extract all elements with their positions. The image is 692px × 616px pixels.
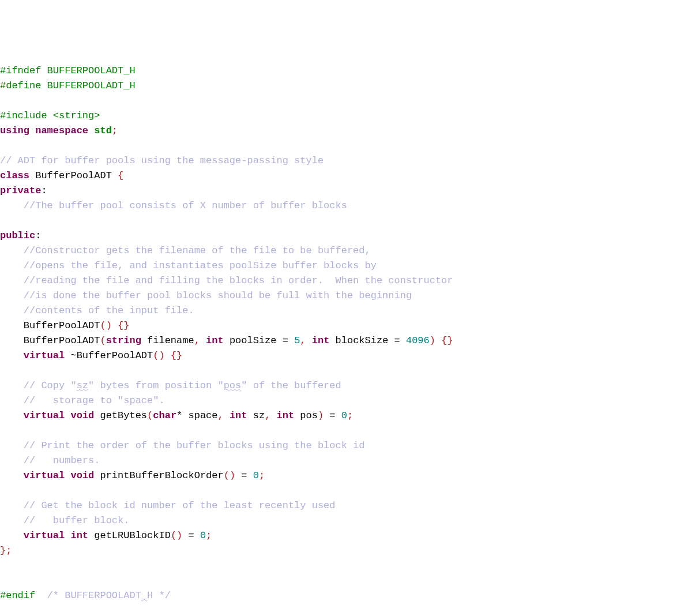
fn-getlru: getLRUBlockID xyxy=(88,530,171,541)
indent xyxy=(0,410,24,421)
kw-using: using xyxy=(0,125,29,136)
preproc-endif: #endif xyxy=(0,590,35,601)
include-header: <string> xyxy=(53,110,100,121)
paren-open: ( xyxy=(100,335,106,346)
param-sz: sz xyxy=(247,410,265,421)
dtor-name: ~BufferPoolADT xyxy=(65,350,153,361)
eq: = xyxy=(182,530,200,541)
comment-print-1: // Print the order of the buffer blocks … xyxy=(0,440,365,451)
comma: , xyxy=(218,410,230,421)
comment-lru-1: // Get the block id number of the least … xyxy=(0,500,341,511)
comment-getbytes-2: // storage to "space". xyxy=(0,395,165,406)
preproc-include: #include xyxy=(0,110,53,121)
indent xyxy=(0,530,24,541)
ctor-default-name: BufferPoolADT xyxy=(0,320,100,331)
comment-sz-wavy: sz xyxy=(77,380,88,391)
empty-body: {} xyxy=(112,320,130,331)
num-0: 0 xyxy=(200,530,206,541)
preproc-ifndef: #ifndef BUFFERPOOLADT_H xyxy=(0,65,136,76)
blank-line xyxy=(0,365,24,376)
param-pos: pos xyxy=(294,410,318,421)
colon: : xyxy=(35,230,41,241)
type-int: int xyxy=(312,335,330,346)
kw-class: class xyxy=(0,170,29,181)
comment-ctor-3: //reading the file and filling the block… xyxy=(0,275,453,286)
num-4096: 4096 xyxy=(406,335,430,346)
type-int: int xyxy=(230,410,247,421)
param-filename: filename xyxy=(141,335,194,346)
type-string: string xyxy=(106,335,141,346)
param-space: * space xyxy=(176,410,217,421)
comment-ctor-4: //is done the buffer pool blocks should … xyxy=(0,290,412,301)
type-char: char xyxy=(153,410,176,421)
semicolon: ; xyxy=(347,410,353,421)
kw-virtual: virtual xyxy=(24,410,65,421)
kw-private: private xyxy=(0,185,41,196)
comma: , xyxy=(300,335,311,346)
kw-public: public xyxy=(0,230,35,241)
param-blocksize: blockSize = xyxy=(329,335,406,346)
paren-close: ) xyxy=(318,410,324,421)
comment-adt: // ADT for buffer pools using the messag… xyxy=(0,155,324,166)
fn-printorder: printBufferBlockOrder xyxy=(94,470,223,481)
parens: () xyxy=(153,350,164,361)
type-void: void xyxy=(70,410,94,421)
kw-virtual: virtual xyxy=(24,530,65,541)
kw-virtual: virtual xyxy=(24,350,65,361)
space xyxy=(65,470,70,481)
comment-endif-a: /* BUFFERPOOLADT xyxy=(35,590,141,601)
brace-open: { xyxy=(118,170,123,181)
id-std: std xyxy=(94,125,112,136)
parens: () xyxy=(100,320,111,331)
indent xyxy=(0,470,24,481)
param-poolsize: poolSize = xyxy=(224,335,294,346)
brace-close: } xyxy=(0,545,6,556)
indent xyxy=(0,350,24,361)
num-5: 5 xyxy=(294,335,300,346)
parens: () xyxy=(224,470,235,481)
colon: : xyxy=(41,185,47,196)
paren-close: ) xyxy=(430,335,435,346)
semicolon: ; xyxy=(259,470,265,481)
comment-lru-2: // buffer block. xyxy=(0,515,129,526)
comment-endif-u: _ xyxy=(141,590,147,601)
comment-ctor-5: //contents of the input file. xyxy=(0,305,194,316)
code-block: #ifndef BUFFERPOOLADT_H #define BUFFERPO… xyxy=(0,60,692,603)
comment-getbytes-1b: " bytes from position " xyxy=(88,380,224,391)
comment-ctor-1: //Constructor gets the filename of the f… xyxy=(0,245,371,256)
semicolon: ; xyxy=(112,125,118,136)
eq: = xyxy=(324,410,341,421)
num-0: 0 xyxy=(253,470,259,481)
preproc-define: #define BUFFERPOOLADT_H xyxy=(0,80,136,91)
fn-getbytes: getBytes xyxy=(94,410,147,421)
empty-body: {} xyxy=(435,335,453,346)
comma: , xyxy=(194,335,206,346)
blank-line xyxy=(0,215,24,226)
space xyxy=(65,410,70,421)
comment-print-2: // numbers. xyxy=(0,455,100,466)
comma: , xyxy=(265,410,276,421)
kw-virtual: virtual xyxy=(24,470,65,481)
num-0: 0 xyxy=(341,410,347,421)
eq: = xyxy=(235,470,253,481)
comment-endif-b: H */ xyxy=(147,590,171,601)
space xyxy=(65,530,70,541)
paren-open: ( xyxy=(147,410,153,421)
type-int: int xyxy=(70,530,88,541)
semicolon: ; xyxy=(206,530,212,541)
parens: () xyxy=(171,530,182,541)
type-int: int xyxy=(277,410,295,421)
comment-getbytes-1a: // Copy " xyxy=(0,380,77,391)
comment-getbytes-1c: " of the buffered xyxy=(241,380,341,391)
comment-ctor-2: //opens the file, and instantiates poolS… xyxy=(0,260,377,271)
kw-namespace: namespace xyxy=(29,125,94,136)
class-name: BufferPoolADT xyxy=(29,170,118,181)
type-int: int xyxy=(206,335,224,346)
comment-pos-wavy: pos xyxy=(224,380,242,391)
type-void: void xyxy=(70,470,94,481)
comment-private: //The buffer pool consists of X number o… xyxy=(0,200,347,211)
ctor-param-name: BufferPoolADT xyxy=(0,335,100,346)
empty-body: {} xyxy=(165,350,183,361)
semicolon: ; xyxy=(6,545,12,556)
